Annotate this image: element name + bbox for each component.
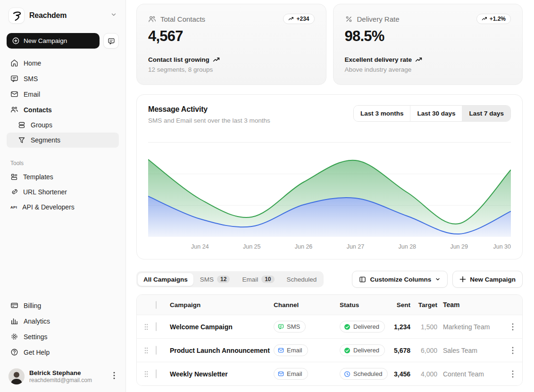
users-icon: [148, 15, 156, 23]
segments-filter-icon: [18, 136, 25, 144]
row-menu-icon[interactable]: [503, 323, 522, 331]
sidebar-item-segments[interactable]: Segments: [7, 133, 119, 148]
brand-name: Reachdem: [29, 11, 67, 20]
sidebar-item-settings[interactable]: Settings: [7, 329, 119, 344]
brand-header[interactable]: Reachdem: [7, 7, 119, 25]
user-profile[interactable]: Belrick Stephane reachdemltd@gmail.com: [7, 367, 119, 386]
range-segmented-control: Last 3 months Last 30 days Last 7 days: [353, 105, 511, 122]
table-row[interactable]: Weekly Newsletter Email: [137, 362, 522, 385]
stat-value: 98.5%: [345, 28, 511, 45]
contacts-icon: [10, 106, 18, 114]
team-value: Marketing Team: [437, 323, 503, 331]
column-header-target[interactable]: Target: [410, 301, 437, 309]
chart-title: Message Activity: [148, 105, 270, 114]
stat-label: Delivery Rate: [357, 15, 400, 23]
column-header-campaign[interactable]: Campaign: [170, 301, 274, 309]
range-last-3-months[interactable]: Last 3 months: [354, 106, 410, 121]
svg-text:Jun 25: Jun 25: [243, 243, 261, 250]
sidebar-item-analytics[interactable]: Analytics: [7, 313, 119, 329]
tab-sms[interactable]: SMS 12: [194, 273, 236, 286]
sidebar: Reachdem New Campaign: [0, 0, 126, 392]
sidebar-item-label: Email: [24, 91, 40, 98]
svg-text:Jun 27: Jun 27: [347, 243, 365, 250]
profile-menu-icon[interactable]: [111, 370, 117, 383]
svg-text:Jun 26: Jun 26: [295, 243, 313, 250]
target-value: 6,000: [410, 347, 437, 354]
table-row[interactable]: Product Launch Announcement Email: [137, 338, 522, 362]
row-checkbox[interactable]: [156, 322, 157, 331]
stat-footer-title: Excellent delivery rate: [345, 56, 511, 63]
svg-text:Jun 30: Jun 30: [493, 243, 511, 250]
column-header-team[interactable]: Team: [437, 301, 503, 309]
svg-text:Jun 24: Jun 24: [191, 243, 209, 250]
column-header-channel[interactable]: Channel: [274, 301, 340, 309]
stat-trend-badge: +1.2%: [476, 14, 511, 24]
column-header-status[interactable]: Status: [340, 301, 383, 309]
svg-text:Jun 29: Jun 29: [450, 243, 468, 250]
sms-channel-icon: [278, 324, 284, 330]
stat-card-delivery-rate: Delivery Rate +1.2% 98.5% Excellent deli…: [333, 4, 523, 85]
campaign-name: Welcome Campaign: [170, 323, 274, 331]
sidebar-bottom-nav: Billing Analytics Settings: [7, 298, 119, 360]
feedback-chat-button[interactable]: [103, 33, 119, 49]
row-menu-icon[interactable]: [503, 347, 522, 354]
sent-value: 1,234: [383, 323, 410, 331]
sidebar-item-label: Settings: [24, 333, 48, 341]
chevron-down-icon[interactable]: [110, 11, 117, 20]
table-row[interactable]: Welcome Campaign SMS: [137, 315, 522, 338]
tab-all-campaigns[interactable]: All Campaigns: [138, 273, 193, 286]
columns-icon: [359, 276, 366, 283]
status-badge-delivered: Delivered: [340, 344, 385, 356]
sidebar-item-label: SMS: [24, 75, 38, 83]
sidebar-item-home[interactable]: Home: [7, 55, 119, 71]
row-menu-icon[interactable]: [503, 370, 522, 378]
avatar: [8, 368, 25, 384]
sms-icon: [10, 75, 18, 83]
sidebar-item-api-developers[interactable]: API API & Developers: [7, 200, 119, 215]
sidebar-item-url-shortener[interactable]: URL Shortener: [7, 184, 119, 200]
campaigns-toolbar: All Campaigns SMS 12 Email 10 Scheduled: [136, 271, 523, 288]
range-last-30-days[interactable]: Last 30 days: [410, 106, 462, 121]
chevron-down-icon: [435, 276, 441, 282]
sidebar-item-groups[interactable]: Groups: [7, 117, 119, 133]
channel-badge-sms: SMS: [274, 321, 306, 333]
sidebar-item-label: Templates: [23, 173, 53, 181]
new-campaign-button[interactable]: New Campaign: [7, 33, 100, 49]
sent-value: 3,456: [383, 370, 410, 378]
sidebar-item-contacts[interactable]: Contacts: [7, 102, 119, 117]
row-checkbox[interactable]: [156, 369, 157, 378]
row-checkbox[interactable]: [156, 346, 157, 355]
plus-circle-icon: [12, 37, 19, 44]
help-circle-icon: [10, 348, 18, 356]
plus-icon: [459, 276, 466, 283]
sidebar-item-email[interactable]: Email: [7, 86, 119, 102]
campaign-name: Product Launch Announcement: [170, 347, 274, 354]
range-last-7-days[interactable]: Last 7 days: [462, 106, 510, 121]
sidebar-item-get-help[interactable]: Get Help: [7, 344, 119, 360]
link-icon: [10, 188, 18, 196]
groups-icon: [18, 121, 25, 129]
chart-subtitle: SMS and Email sent over the last 3 month…: [148, 117, 270, 124]
sidebar-item-templates[interactable]: Templates: [7, 169, 119, 184]
drag-handle-icon[interactable]: [137, 324, 156, 330]
stat-value: 4,567: [148, 28, 315, 45]
tools-section-label: Tools: [10, 160, 115, 167]
table-new-campaign-button[interactable]: New Campaign: [452, 271, 523, 288]
tab-email[interactable]: Email 10: [236, 273, 280, 286]
sidebar-item-sms[interactable]: SMS: [7, 71, 119, 86]
campaign-tabs: All Campaigns SMS 12 Email 10 Scheduled: [136, 271, 324, 287]
sidebar-item-billing[interactable]: Billing: [7, 298, 119, 313]
email-channel-icon: [278, 347, 284, 353]
drag-handle-icon[interactable]: [137, 371, 156, 377]
templates-icon: [10, 173, 18, 181]
select-all-checkbox[interactable]: [156, 301, 157, 309]
customize-columns-button[interactable]: Customize Columns: [352, 271, 448, 288]
tab-scheduled[interactable]: Scheduled: [281, 273, 323, 286]
sidebar-item-label: Contacts: [24, 106, 52, 114]
column-header-sent[interactable]: Sent: [383, 301, 410, 309]
chat-bubble-icon: [108, 37, 115, 45]
stat-footer-sub: Above industry average: [345, 66, 511, 73]
status-badge-delivered: Delivered: [340, 321, 385, 333]
target-value: 4,000: [410, 370, 437, 378]
drag-handle-icon[interactable]: [137, 347, 156, 354]
